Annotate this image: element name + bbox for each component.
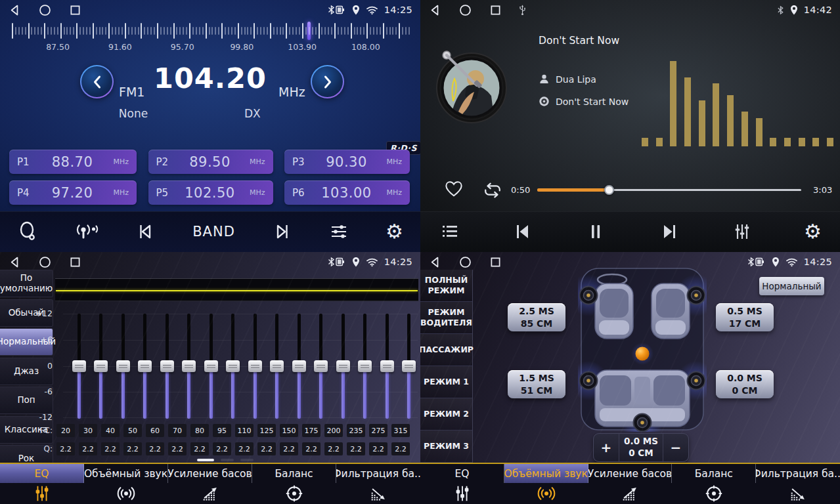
eq-band-slider[interactable] (358, 314, 372, 419)
q-value[interactable]: 2.2 (302, 442, 321, 455)
q-value[interactable]: 2.2 (146, 442, 164, 455)
tab-eq[interactable]: EQ (0, 464, 84, 504)
eq-slider-knob[interactable] (402, 360, 416, 372)
settings-gear-icon[interactable]: ⚙ (804, 222, 822, 242)
mode-item[interactable]: ПАССАЖИР (420, 334, 472, 366)
q-value[interactable]: 2.2 (213, 442, 231, 455)
nav-back-icon[interactable] (8, 255, 22, 269)
fc-value[interactable]: 60 (146, 424, 164, 437)
eq-band-slider[interactable] (292, 314, 306, 419)
tab-bass-boost[interactable]: Усиление басов (168, 464, 252, 504)
equalizer-icon[interactable] (731, 220, 753, 243)
seek-next-icon[interactable] (271, 220, 293, 243)
eq-slider-knob[interactable] (204, 360, 218, 372)
fc-value[interactable]: 125 (257, 424, 276, 437)
fc-value[interactable]: 95 (213, 424, 231, 437)
previous-track-icon[interactable] (512, 220, 534, 243)
eq-slider-knob[interactable] (226, 360, 240, 372)
eq-band-slider[interactable] (160, 314, 174, 419)
preset-button-p4[interactable]: P497.20MHz (9, 180, 137, 205)
fc-value[interactable]: 80 (190, 424, 209, 437)
band-button[interactable]: BAND (192, 224, 235, 240)
preset-button-p3[interactable]: P390.30MHz (284, 150, 410, 174)
nav-home-icon[interactable] (38, 255, 52, 269)
tab-filter[interactable]: Фильтрация ба... (336, 464, 420, 504)
fc-value[interactable]: 150 (280, 424, 298, 437)
nav-back-icon[interactable] (8, 3, 22, 17)
eq-band-slider[interactable] (314, 314, 328, 419)
tune-up-button[interactable] (311, 65, 344, 98)
preset-button-p2[interactable]: P289.50MHz (148, 150, 273, 174)
next-track-icon[interactable] (658, 220, 680, 243)
seek-previous-icon[interactable] (135, 220, 157, 243)
eq-slider-knob[interactable] (94, 360, 108, 372)
q-value[interactable]: 2.2 (369, 442, 387, 455)
q-value[interactable]: 2.2 (280, 442, 298, 455)
q-value[interactable]: 2.2 (257, 442, 276, 455)
album-art[interactable] (433, 49, 510, 127)
delay-increase-button[interactable]: + (594, 434, 619, 461)
fc-value[interactable]: 315 (391, 424, 410, 437)
equalizer-icon[interactable] (328, 220, 350, 243)
fc-value[interactable]: 50 (123, 424, 142, 437)
tab-surround-sound[interactable]: Объёмный звук (84, 464, 168, 504)
q-value[interactable]: 2.2 (79, 442, 97, 455)
delay-front-left-button[interactable]: 2.5 MS 85 CM (508, 303, 565, 331)
eq-band-slider[interactable] (270, 314, 284, 419)
delay-decrease-button[interactable]: − (663, 434, 688, 461)
mode-item[interactable]: РЕЖИМ 3 (420, 430, 472, 463)
delay-rear-left-button[interactable]: 1.5 MS 51 CM (508, 370, 565, 398)
eq-slider-knob[interactable] (358, 360, 372, 372)
eq-slider-knob[interactable] (292, 360, 306, 372)
nav-recents-icon[interactable] (68, 255, 82, 269)
q-value[interactable]: 2.2 (56, 442, 75, 455)
q-value[interactable]: 2.2 (347, 442, 365, 455)
sound-profile-button[interactable]: Нормальный (759, 277, 824, 295)
delay-front-right-button[interactable]: 0.5 MS 17 CM (716, 303, 774, 331)
nav-home-icon[interactable] (458, 255, 472, 269)
mode-item[interactable]: РЕЖИМ 2 (420, 398, 472, 430)
eq-band-slider[interactable] (380, 314, 394, 419)
progress-slider[interactable] (537, 189, 801, 191)
mode-item[interactable]: РЕЖИМ ВОДИТЕЛЯ (420, 302, 472, 334)
broadcast-icon[interactable] (75, 220, 100, 243)
eq-preset-item[interactable]: По умолчанию (0, 270, 53, 297)
preset-button-p6[interactable]: P6103.00MHz (284, 180, 410, 205)
eq-slider-knob[interactable] (270, 360, 284, 372)
eq-band-slider[interactable] (402, 314, 416, 419)
eq-slider-knob[interactable] (248, 360, 262, 372)
eq-slider-knob[interactable] (314, 360, 328, 372)
q-value[interactable]: 2.2 (235, 442, 254, 455)
nav-recents-icon[interactable] (489, 255, 502, 269)
scan-search-icon[interactable] (17, 220, 39, 243)
q-value[interactable]: 2.2 (168, 442, 187, 455)
tab-balance[interactable]: Баланс (252, 464, 336, 504)
delay-rear-right-button[interactable]: 0.0 MS 0 CM (716, 370, 774, 398)
eq-band-slider[interactable] (94, 314, 108, 419)
q-value[interactable]: 2.2 (101, 442, 120, 455)
settings-gear-icon[interactable]: ⚙ (386, 222, 403, 242)
favorite-heart-icon[interactable] (444, 180, 464, 198)
fc-value[interactable]: 110 (235, 424, 254, 437)
eq-band-slider[interactable] (248, 314, 262, 419)
fc-value[interactable]: 70 (168, 424, 187, 437)
frequency-dial[interactable] (12, 22, 409, 40)
fc-value[interactable]: 30 (79, 424, 97, 437)
eq-slider-knob[interactable] (116, 360, 130, 372)
tab-eq[interactable]: EQ (420, 464, 504, 504)
q-value[interactable]: 2.2 (190, 442, 209, 455)
eq-slider-knob[interactable] (160, 360, 174, 372)
q-value[interactable]: 2.2 (324, 442, 343, 455)
eq-slider-knob[interactable] (72, 360, 86, 372)
tune-down-button[interactable] (80, 65, 114, 98)
nav-recents-icon[interactable] (489, 3, 502, 17)
tab-filter[interactable]: Фильтрация ба... (756, 464, 840, 504)
fc-value[interactable]: 275 (369, 424, 387, 437)
nav-recents-icon[interactable] (68, 3, 82, 17)
eq-band-slider[interactable] (204, 314, 218, 419)
q-value[interactable]: 2.2 (123, 442, 142, 455)
progress-knob[interactable] (604, 185, 614, 195)
q-value[interactable]: 2.2 (391, 442, 410, 455)
mode-item[interactable]: РЕЖИМ 1 (420, 366, 472, 398)
eq-band-slider[interactable] (336, 314, 350, 419)
